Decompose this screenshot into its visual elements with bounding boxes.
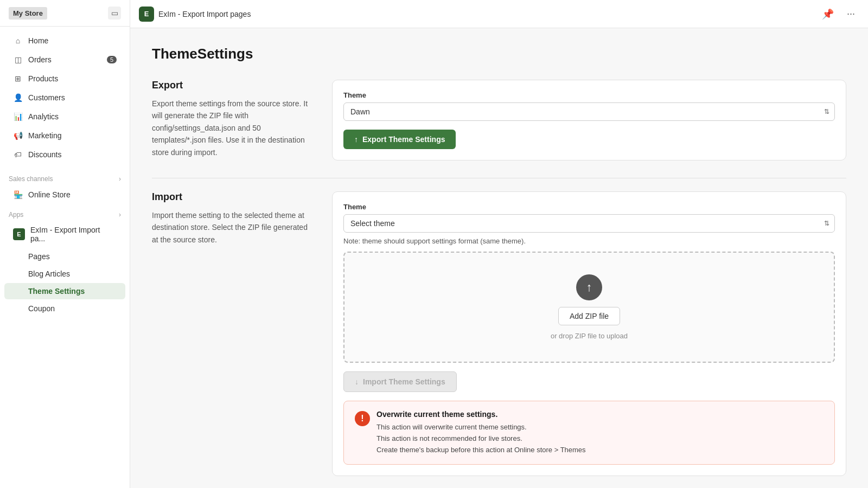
export-icon: ↑ [354,135,358,144]
warning-text: This action will overwrite current theme… [376,422,586,455]
warning-box: ! Overwrite current theme settings. This… [343,401,835,465]
top-bar-left: E ExIm - Export Import pages [139,7,251,22]
analytics-icon: 📊 [13,112,23,121]
sidebar-subitem-theme-settings[interactable]: Theme Settings [4,283,125,299]
page-title: ThemeSettings [152,46,846,62]
add-zip-button[interactable]: Add ZIP file [558,307,620,325]
export-theme-button[interactable]: ↑ Export Theme Settings [343,130,456,149]
more-options-button[interactable]: ··· [843,6,859,22]
home-icon: ⌂ [13,36,23,46]
sidebar-item-discounts[interactable]: 🏷 Discounts [4,145,125,164]
warning-icon: ! [355,411,370,426]
export-section: Export Export theme settings from the so… [152,80,846,160]
export-section-right: Theme Dawn Default Theme Custom Theme ⇅ … [332,80,846,160]
import-card: Theme Select theme Dawn Default Theme ⇅ … [332,191,846,476]
export-description: Export theme settings from the source st… [152,98,315,158]
warning-title: Overwrite current theme settings. [376,410,586,419]
export-heading: Export [152,80,315,91]
export-card: Theme Dawn Default Theme Custom Theme ⇅ … [332,80,846,160]
file-drop-zone[interactable]: ↑ Add ZIP file or drop ZIP file to uploa… [343,252,835,363]
sidebar-item-products-label: Products [28,74,58,83]
sidebar-subitem-coupon[interactable]: Coupon [4,300,125,317]
orders-badge: 5 [107,56,117,63]
sidebar-subitem-blog-articles[interactable]: Blog Articles [4,266,125,282]
top-bar: E ExIm - Export Import pages 📌 ··· [130,0,868,28]
export-theme-select-wrapper: Dawn Default Theme Custom Theme ⇅ [343,102,835,121]
sidebar-item-marketing[interactable]: 📢 Marketing [4,126,125,145]
exim-app-icon: E [13,228,25,240]
import-section-right: Theme Select theme Dawn Default Theme ⇅ … [332,191,846,476]
products-icon: ⊞ [13,74,23,84]
sidebar: My Store ▭ ⌂ Home ◫ Orders 5 ⊞ Products … [0,0,130,488]
warning-line-1: This action will overwrite current theme… [376,422,586,433]
import-theme-select[interactable]: Select theme Dawn Default Theme [343,214,835,233]
online-store-label: Online Store [28,190,71,199]
sidebar-toggle-button[interactable]: ▭ [108,7,121,20]
sidebar-item-orders-label: Orders [28,55,52,64]
upload-icon: ↑ [576,274,602,300]
marketing-icon: 📢 [13,131,23,140]
import-heading: Import [152,191,315,203]
sidebar-item-home[interactable]: ⌂ Home [4,31,125,50]
export-theme-label: Theme [343,91,835,99]
sidebar-item-analytics[interactable]: 📊 Analytics [4,107,125,126]
sidebar-item-online-store[interactable]: 🏪 Online Store [4,185,125,204]
pin-button[interactable]: 📌 [818,6,838,22]
import-theme-label: Theme [343,203,835,211]
app-tab-icon: E [139,7,154,22]
sidebar-item-analytics-label: Analytics [28,112,59,121]
sidebar-item-home-label: Home [28,36,48,45]
import-section-left: Import Import theme setting to the selec… [152,191,315,476]
sales-channels-section[interactable]: Sales channels › [0,169,130,185]
section-divider [152,178,846,178]
sidebar-header: My Store ▭ [0,0,130,27]
warning-line-2: This action is not recommended for live … [376,433,586,445]
apps-section[interactable]: Apps › [0,204,130,221]
online-store-icon: 🏪 [13,190,23,200]
import-note: Note: theme should support settings form… [343,237,835,245]
export-section-left: Export Export theme settings from the so… [152,80,315,160]
apps-label: Apps [9,211,23,219]
sales-channels-label: Sales channels [9,175,53,183]
import-icon: ↓ [355,377,359,386]
drop-hint-text: or drop ZIP file to upload [551,332,628,340]
warning-content: Overwrite current theme settings. This a… [376,410,586,455]
customers-icon: 👤 [13,93,23,102]
export-theme-select[interactable]: Dawn Default Theme Custom Theme [343,102,835,121]
sidebar-item-customers-label: Customers [28,93,65,102]
import-theme-button[interactable]: ↓ Import Theme Settings [343,371,457,392]
apps-chevron: › [119,211,121,219]
warning-line-3: Create theme's backup before this action… [376,445,586,456]
main-nav: ⌂ Home ◫ Orders 5 ⊞ Products 👤 Customers… [0,27,130,169]
sidebar-subitem-pages[interactable]: Pages [4,248,125,265]
import-description: Import theme setting to the selected the… [152,209,315,246]
sidebar-item-products[interactable]: ⊞ Products [4,69,125,88]
discounts-icon: 🏷 [13,150,23,159]
import-button-label: Import Theme Settings [363,377,445,386]
sidebar-item-discounts-label: Discounts [28,150,61,159]
content-area: ThemeSettings Export Export theme settin… [130,28,868,488]
export-button-label: Export Theme Settings [362,135,445,144]
top-bar-actions: 📌 ··· [818,6,859,22]
sidebar-item-exim-app[interactable]: E ExIm - Export Import pa... [4,221,125,247]
app-tab-title: ExIm - Export Import pages [158,10,251,18]
sidebar-item-marketing-label: Marketing [28,131,61,140]
import-theme-select-wrapper: Select theme Dawn Default Theme ⇅ [343,214,835,233]
exim-app-label: ExIm - Export Import pa... [30,226,117,243]
sidebar-item-orders[interactable]: ◫ Orders 5 [4,50,125,69]
import-section: Import Import theme setting to the selec… [152,191,846,476]
orders-icon: ◫ [13,55,23,65]
store-name: My Store [9,7,47,20]
sales-channels-chevron: › [119,175,121,183]
sidebar-item-customers[interactable]: 👤 Customers [4,88,125,107]
main-wrapper: E ExIm - Export Import pages 📌 ··· Theme… [130,0,868,488]
